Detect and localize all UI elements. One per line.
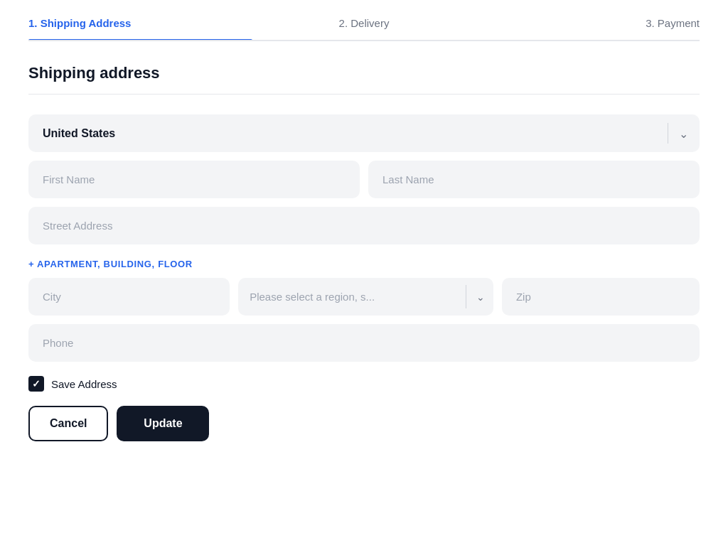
last-name-input[interactable] (368, 161, 700, 198)
step-shipping[interactable]: 1. Shipping Address (28, 17, 252, 41)
country-select[interactable]: United States Canada United Kingdom Aust… (28, 114, 700, 152)
name-row (28, 161, 700, 198)
save-address-checkbox-wrapper[interactable]: ✓ (28, 376, 44, 392)
region-select-wrapper[interactable]: Please select a region, s... ⌄ (238, 278, 493, 316)
buttons-row: Cancel Update (28, 406, 700, 441)
street-address-input[interactable] (28, 207, 700, 244)
phone-input[interactable] (28, 324, 700, 362)
save-address-row: ✓ Save Address (28, 376, 700, 392)
save-address-label[interactable]: Save Address (51, 378, 117, 390)
steps-header: 1. Shipping Address 2. Delivery 3. Payme… (0, 0, 728, 41)
zip-input[interactable] (502, 278, 700, 316)
city-row: Please select a region, s... ⌄ (28, 278, 700, 316)
step-shipping-label: 1. Shipping Address (28, 17, 131, 29)
add-apt-link[interactable]: + APARTMENT, BUILDING, FLOOR (28, 259, 193, 269)
step-delivery[interactable]: 2. Delivery (252, 17, 476, 41)
page-title: Shipping address (28, 64, 700, 82)
street-address-group (28, 207, 700, 244)
country-select-wrapper[interactable]: United States Canada United Kingdom Aust… (28, 114, 700, 152)
update-button[interactable]: Update (117, 406, 209, 441)
country-select-separator (668, 123, 668, 144)
step-payment-label: 3. Payment (646, 17, 700, 29)
steps-track (28, 40, 700, 41)
region-separator (466, 285, 466, 308)
step-delivery-label: 2. Delivery (339, 17, 390, 29)
first-name-input[interactable] (28, 161, 360, 198)
step-payment[interactable]: 3. Payment (476, 17, 700, 41)
region-select[interactable]: Please select a region, s... (238, 278, 493, 316)
phone-group (28, 324, 700, 362)
city-input[interactable] (28, 278, 230, 316)
cancel-button[interactable]: Cancel (28, 406, 108, 441)
main-content: Shipping address United States Canada Un… (0, 41, 728, 464)
section-divider (28, 94, 700, 95)
